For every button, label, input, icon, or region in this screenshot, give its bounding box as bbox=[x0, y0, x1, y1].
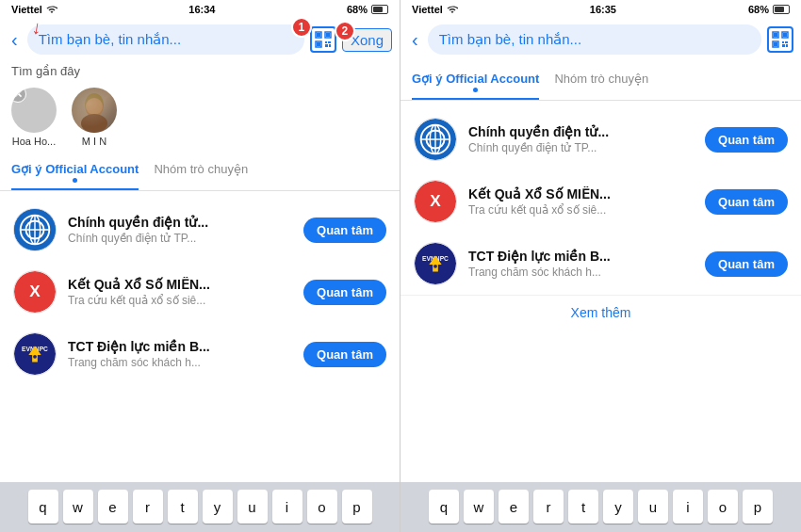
acc-info-2-left: TCT Điện lực miền B... Trang chăm sóc kh… bbox=[68, 339, 292, 369]
svg-rect-1 bbox=[317, 33, 320, 37]
key-t-right[interactable]: t bbox=[568, 490, 598, 524]
quan-tam-1-right[interactable]: Quan tâm bbox=[705, 189, 788, 215]
battery-fill-right bbox=[775, 7, 784, 12]
qr-icon-right bbox=[772, 31, 789, 48]
tab-group-right[interactable]: Nhóm trò chuyện bbox=[554, 72, 648, 100]
logo-xoso-1-right: X bbox=[414, 180, 457, 223]
search-input-wrapper-right[interactable]: Tìm bạn bè, tin nhắn... bbox=[428, 24, 761, 55]
key-p-left[interactable]: p bbox=[342, 490, 372, 524]
acc-info-2-right: TCT Điện lực miền B... Trang chăm sóc kh… bbox=[468, 249, 694, 279]
key-y-left[interactable]: y bbox=[203, 490, 233, 524]
key-e-left[interactable]: e bbox=[98, 490, 128, 524]
key-q-right[interactable]: q bbox=[429, 490, 459, 524]
left-phone-screen: Viettel 16:34 68% ‹ Tìm bạn bè, tin nhắn… bbox=[0, 0, 400, 532]
key-w-right[interactable]: w bbox=[464, 490, 494, 524]
account-item-1-right[interactable]: X Kết Quả Xổ Số MIỀN... Tra cứu kết quả … bbox=[400, 170, 801, 233]
xoso-logo-right: X bbox=[415, 180, 456, 223]
search-bar-left: ‹ Tìm bạn bè, tin nhắn... 1 bbox=[0, 19, 400, 60]
qr-button-right[interactable] bbox=[767, 26, 793, 53]
tab-official-left[interactable]: Gợi ý Official Account bbox=[11, 162, 139, 190]
tab-official-right[interactable]: Gợi ý Official Account bbox=[412, 72, 539, 100]
see-more-button[interactable]: Xem thêm bbox=[400, 295, 801, 330]
svg-rect-32 bbox=[785, 41, 788, 43]
key-o-right[interactable]: o bbox=[708, 490, 738, 524]
qr-icon-left bbox=[315, 31, 332, 48]
account-item-1-left[interactable]: X Kết Quả Xổ Số MIỀN... Tra cứu kết quả … bbox=[0, 261, 400, 323]
acc-sub-2-left: Trang chăm sóc khách h... bbox=[68, 356, 292, 369]
qr-button-left[interactable] bbox=[310, 26, 336, 53]
key-u-left[interactable]: u bbox=[237, 490, 268, 524]
svg-text:X: X bbox=[430, 191, 441, 210]
quan-tam-2-left[interactable]: Quan tâm bbox=[303, 342, 386, 367]
svg-rect-34 bbox=[786, 44, 788, 47]
search-input-left[interactable]: Tìm bạn bè, tin nhắn... bbox=[39, 31, 293, 48]
key-o-left[interactable]: o bbox=[307, 490, 337, 524]
quan-tam-0-left[interactable]: Quan tâm bbox=[303, 218, 386, 243]
svg-point-45 bbox=[433, 265, 437, 268]
logo-evnnpc-2-right: EVNNPC bbox=[414, 242, 457, 285]
svg-rect-3 bbox=[326, 33, 330, 37]
key-r-left[interactable]: r bbox=[133, 490, 163, 524]
account-item-2-left[interactable]: EVNNPC TCT Điện lực miền B... Trang chăm… bbox=[0, 323, 400, 385]
svg-point-11 bbox=[86, 99, 103, 118]
time-left: 16:34 bbox=[188, 4, 215, 15]
carrier-right: Viettel bbox=[412, 4, 443, 15]
key-y-right[interactable]: y bbox=[603, 490, 633, 524]
remove-badge-0[interactable]: ✕ bbox=[11, 88, 26, 103]
avatar-photo-icon bbox=[72, 88, 117, 133]
svg-rect-7 bbox=[328, 41, 331, 43]
account-item-0-right[interactable]: Chính quyền điện tử... Chính quyền điện … bbox=[400, 108, 801, 170]
svg-rect-31 bbox=[782, 41, 784, 43]
avatar-name-0: Hoa Ho... bbox=[12, 136, 56, 147]
acc-name-1-left: Kết Quả Xổ Số MIỀN... bbox=[68, 277, 292, 292]
key-e-right[interactable]: e bbox=[499, 490, 529, 524]
key-q-left[interactable]: q bbox=[28, 490, 58, 524]
quan-tam-1-left[interactable]: Quan tâm bbox=[303, 280, 386, 305]
svg-rect-33 bbox=[782, 44, 785, 47]
account-item-2-right[interactable]: EVNNPC TCT Điện lực miền B... Trang chăm… bbox=[400, 233, 801, 295]
tabs-left: Gợi ý Official Account Nhóm trò chuyện bbox=[0, 156, 400, 191]
avatar-circle-0: ✕ bbox=[11, 88, 57, 133]
avatar-item-0[interactable]: ✕ Hoa Ho... bbox=[11, 88, 57, 147]
wifi-icon-right bbox=[447, 4, 458, 15]
tab-group-left[interactable]: Nhóm trò chuyện bbox=[154, 162, 248, 190]
account-list-right: Chính quyền điện tử... Chính quyền điện … bbox=[400, 101, 801, 482]
svg-point-12 bbox=[86, 98, 103, 115]
key-w-left[interactable]: w bbox=[63, 490, 93, 524]
key-i-right[interactable]: i bbox=[673, 490, 703, 524]
quan-tam-0-right[interactable]: Quan tâm bbox=[705, 127, 788, 153]
logo-chinh-0-right bbox=[414, 118, 457, 161]
key-r-right[interactable]: r bbox=[533, 490, 564, 524]
key-p-right[interactable]: p bbox=[743, 490, 773, 524]
status-right-right: 68% bbox=[748, 4, 790, 15]
evnnpc-logo-right: EVNNPC bbox=[415, 242, 456, 285]
key-t-left[interactable]: t bbox=[168, 490, 198, 524]
search-area-left: ‹ Tìm bạn bè, tin nhắn... 1 bbox=[0, 19, 400, 60]
account-item-0-left[interactable]: Chính quyền điện tử... Chính quyền điện … bbox=[0, 199, 400, 261]
acc-info-0-left: Chính quyền điện tử... Chính quyền điện … bbox=[68, 215, 292, 245]
search-input-right[interactable]: Tìm bạn bè, tin nhắn... bbox=[439, 31, 750, 48]
acc-sub-2-right: Trang chăm sóc khách h... bbox=[468, 266, 694, 279]
keyboard-left: q w e r t y u i o p bbox=[0, 482, 400, 532]
back-button-right[interactable]: ‹ bbox=[408, 29, 422, 51]
keyboard-row-left: q w e r t y u i o p bbox=[4, 490, 396, 524]
xoso-logo: X bbox=[14, 270, 56, 314]
status-left-right: Viettel bbox=[412, 4, 458, 15]
acc-sub-0-left: Chính quyền điện tử TP... bbox=[68, 232, 292, 245]
badge-1: 1 bbox=[291, 17, 312, 38]
logo-chinh-0-left bbox=[13, 208, 57, 251]
avatar-item-1[interactable]: M I N bbox=[72, 88, 117, 147]
back-button-left[interactable]: ‹ bbox=[8, 29, 22, 51]
key-i-left[interactable]: i bbox=[272, 490, 302, 524]
wifi-icon bbox=[46, 4, 57, 15]
svg-rect-6 bbox=[325, 41, 327, 43]
status-right-left: 68% bbox=[347, 4, 388, 15]
quan-tam-2-right[interactable]: Quan tâm bbox=[705, 251, 788, 277]
acc-info-1-right: Kết Quả Xổ Số MIỀN... Tra cứu kết quả xổ… bbox=[468, 186, 694, 217]
search-input-wrapper-left[interactable]: Tìm bạn bè, tin nhắn... 1 bbox=[27, 24, 304, 55]
key-u-right[interactable]: u bbox=[638, 490, 668, 524]
acc-sub-1-right: Tra cứu kết quả xổ số siê... bbox=[468, 203, 694, 217]
keyboard-right: q w e r t y u i o p bbox=[400, 482, 801, 532]
search-bar-right: ‹ Tìm bạn bè, tin nhắn... bbox=[400, 19, 801, 60]
status-bar-left: Viettel 16:34 68% bbox=[0, 0, 400, 19]
